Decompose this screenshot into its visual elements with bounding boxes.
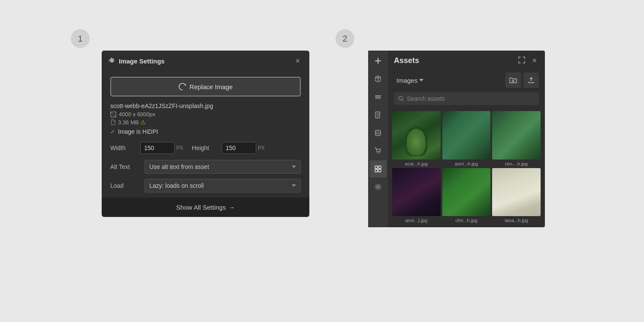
sidebar-cart-button[interactable] bbox=[369, 142, 387, 159]
images-filter-dropdown[interactable]: Images bbox=[394, 75, 426, 86]
cube-icon bbox=[375, 75, 381, 82]
load-select[interactable]: Lazy: loads on scroll bbox=[145, 179, 301, 193]
cart-icon bbox=[375, 147, 381, 154]
svg-rect-9 bbox=[378, 169, 381, 172]
sidebar-layers-button[interactable] bbox=[369, 88, 387, 105]
assets-title: Assets bbox=[394, 56, 419, 65]
image-size: 3.36 MB ⚠ bbox=[110, 119, 301, 126]
assets-icon bbox=[375, 166, 381, 172]
sidebar-settings-button[interactable] bbox=[369, 178, 387, 196]
asset-item[interactable]: chri...h.jpg bbox=[442, 168, 491, 223]
sidebar-pages-button[interactable] bbox=[369, 106, 387, 123]
load-label: Load bbox=[110, 182, 140, 189]
gear-icon bbox=[109, 58, 115, 65]
asset-name: anni...h.jpg bbox=[442, 161, 491, 166]
svg-point-10 bbox=[377, 186, 379, 188]
warning-icon: ⚠ bbox=[140, 119, 146, 126]
load-row: Load Lazy: loads on scroll bbox=[110, 179, 301, 193]
asset-name: chri...h.jpg bbox=[442, 218, 491, 223]
show-all-settings-button[interactable]: Show All Settings → bbox=[102, 198, 309, 217]
dropdown-chevron-icon bbox=[419, 79, 423, 81]
file-icon bbox=[110, 119, 116, 125]
asset-item[interactable]: anni...).jpg bbox=[392, 168, 441, 223]
height-input-group: PX bbox=[222, 142, 265, 154]
layers-icon bbox=[375, 93, 381, 100]
height-input[interactable] bbox=[222, 142, 256, 154]
image-filename: scott-webb-eA2z1JSzZFI-unsplash.jpg bbox=[110, 102, 301, 109]
asset-item[interactable]: anni...h.jpg bbox=[442, 111, 491, 166]
width-input-group: PX bbox=[140, 142, 183, 154]
asset-thumbnail bbox=[392, 111, 441, 159]
badge-label-2: 2 bbox=[342, 34, 347, 44]
alt-text-select[interactable]: Use alt text from asset bbox=[145, 160, 301, 174]
step-badge-2: 2 bbox=[336, 29, 354, 48]
step-badge-1: 1 bbox=[71, 29, 90, 48]
add-folder-button[interactable] bbox=[505, 72, 521, 88]
close-button[interactable]: × bbox=[293, 56, 302, 66]
height-label: Height bbox=[192, 144, 218, 151]
sidebar-assets-button[interactable] bbox=[369, 160, 387, 178]
sidebar-database-button[interactable] bbox=[369, 124, 387, 141]
assets-action-buttons bbox=[505, 72, 539, 88]
svg-rect-6 bbox=[375, 166, 378, 169]
assets-header: Assets × bbox=[388, 51, 545, 71]
search-input[interactable] bbox=[407, 95, 535, 102]
settings-icon bbox=[375, 184, 381, 190]
upload-icon bbox=[528, 77, 535, 84]
search-input-wrapper bbox=[394, 92, 539, 105]
alt-text-row: Alt Text Use alt text from asset bbox=[110, 160, 301, 174]
assets-panel: Assets × Images bbox=[388, 51, 545, 227]
expand-panel-button[interactable] bbox=[516, 55, 527, 66]
asset-thumbnail bbox=[392, 168, 441, 217]
assets-grid: scot...h.jpg anni...h.jpg ren-...h.jpg a… bbox=[388, 109, 545, 227]
close-assets-button[interactable]: × bbox=[530, 55, 539, 66]
image-settings-panel: Image Settings × Replace Image scott-web… bbox=[102, 51, 309, 217]
assets-header-actions: × bbox=[516, 55, 539, 66]
width-label: Width bbox=[110, 144, 136, 151]
asset-name: tana...h.jpg bbox=[492, 218, 541, 223]
asset-item[interactable]: tana...h.jpg bbox=[492, 168, 541, 223]
alt-text-label: Alt Text bbox=[110, 163, 140, 170]
sidebar-icons bbox=[368, 51, 388, 227]
search-icon bbox=[398, 96, 404, 102]
width-input[interactable] bbox=[140, 142, 175, 154]
panel-title: Image Settings bbox=[119, 57, 165, 65]
image-info: scott-webb-eA2z1JSzZFI-unsplash.jpg 4000… bbox=[110, 102, 301, 135]
svg-rect-8 bbox=[375, 169, 378, 172]
svg-point-4 bbox=[377, 153, 378, 153]
asset-thumbnail bbox=[442, 168, 491, 217]
asset-item[interactable]: scot...h.jpg bbox=[392, 111, 441, 166]
page-icon bbox=[375, 111, 381, 118]
sidebar-components-button[interactable] bbox=[369, 70, 387, 87]
asset-name: ren-...h.jpg bbox=[492, 161, 541, 166]
dimensions-icon bbox=[110, 111, 116, 117]
svg-point-5 bbox=[379, 153, 380, 153]
database-icon bbox=[375, 129, 381, 136]
svg-rect-7 bbox=[378, 166, 381, 169]
replace-icon bbox=[178, 83, 186, 90]
asset-item[interactable]: ren-...h.jpg bbox=[492, 111, 541, 166]
height-unit: PX bbox=[258, 145, 265, 151]
badge-label-1: 1 bbox=[78, 34, 82, 44]
asset-name: anni...).jpg bbox=[392, 218, 441, 223]
svg-point-3 bbox=[375, 130, 381, 132]
check-icon: ✓ bbox=[110, 128, 115, 135]
plus-icon bbox=[375, 57, 381, 64]
upload-button[interactable] bbox=[523, 72, 539, 88]
svg-line-1 bbox=[111, 112, 116, 117]
sidebar-add-button[interactable] bbox=[369, 52, 387, 69]
panel-title-group: Image Settings bbox=[109, 57, 165, 65]
panel-body: Replace Image scott-webb-eA2z1JSzZFI-uns… bbox=[102, 72, 309, 193]
folder-add-icon bbox=[509, 77, 517, 84]
asset-thumbnail bbox=[492, 168, 541, 217]
replace-image-button[interactable]: Replace Image bbox=[110, 77, 301, 96]
expand-icon bbox=[518, 57, 525, 63]
assets-filter-row: Images bbox=[388, 71, 545, 92]
width-unit: PX bbox=[176, 145, 183, 151]
asset-thumbnail bbox=[492, 111, 541, 159]
search-row bbox=[388, 92, 545, 109]
asset-name: scot...h.jpg bbox=[392, 161, 441, 166]
hidpi-row: ✓ Image is HiDPI bbox=[110, 128, 301, 135]
asset-thumbnail bbox=[442, 111, 491, 159]
dimensions-row: Width PX Height PX bbox=[110, 142, 301, 154]
